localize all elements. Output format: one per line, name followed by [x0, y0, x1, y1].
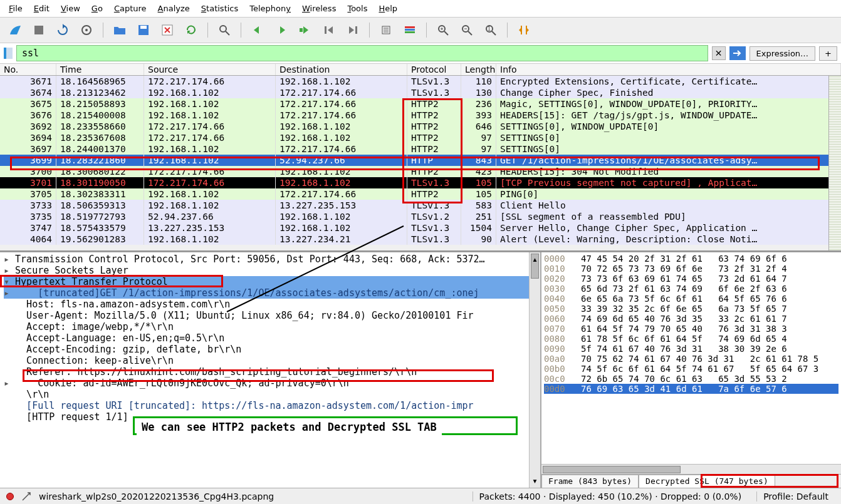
table-row[interactable]: 374718.57543357913.227.235.153192.168.1.… [0, 222, 841, 234]
hex-row[interactable]: 00b0 74 5f 6c 6f 61 64 5f 74 61 67 5f 65… [544, 364, 838, 374]
table-row[interactable]: 369418.235367608172.217.174.66192.168.1.… [0, 132, 841, 143]
table-row[interactable]: 370018.300680122172.217.174.66192.168.1.… [0, 166, 841, 177]
go-forward-icon[interactable] [273, 21, 290, 39]
go-last-icon[interactable] [344, 21, 362, 39]
colorize-icon[interactable] [401, 21, 419, 39]
table-row[interactable]: 373518.51977279352.94.237.66192.168.1.10… [0, 211, 841, 222]
menu-help[interactable]: Help [379, 4, 397, 13]
hex-row[interactable]: 0060 74 69 6d 65 40 76 3d 35 33 2c 61 61… [544, 314, 838, 324]
menu-capture[interactable]: Capture [114, 4, 147, 13]
menu-file[interactable]: FFileile [9, 4, 23, 13]
hex-row[interactable]: 0000 47 45 54 20 2f 31 2f 61 63 74 69 6f… [544, 254, 838, 264]
options-icon[interactable] [78, 21, 95, 39]
col-destination[interactable]: Destination [276, 64, 407, 75]
table-row[interactable]: 373318.506359313192.168.1.10213.227.235.… [0, 200, 841, 211]
expert-info-icon[interactable] [21, 491, 31, 501]
table-row[interactable]: 369718.244001370192.168.1.102172.217.174… [0, 143, 841, 155]
hex-row[interactable]: 0010 70 72 65 73 73 69 6f 6e 73 2f 31 2f… [544, 264, 838, 274]
table-row[interactable]: 369918.283221860192.168.1.10252.94.237.6… [0, 155, 841, 166]
capture-indicator-icon[interactable] [6, 493, 14, 500]
svg-line-7 [226, 31, 229, 35]
hex-row[interactable]: 0080 61 78 5f 6c 6f 61 64 5f 74 69 6d 65… [544, 334, 838, 344]
display-filter-input[interactable] [16, 45, 708, 61]
packet-minimap[interactable] [828, 76, 841, 250]
find-icon[interactable] [216, 21, 233, 39]
col-protocol[interactable]: Protocol [407, 64, 461, 75]
menu-wireless[interactable]: Wireless [302, 4, 336, 13]
menu-go[interactable]: Go [91, 4, 103, 13]
hex-row[interactable]: 0050 33 39 32 35 2c 6f 6e 65 6a 73 5f 65… [544, 304, 838, 314]
open-icon[interactable] [111, 21, 128, 39]
detail-ssl[interactable]: Secure Sockets Layer [4, 265, 536, 276]
resize-columns-icon[interactable] [515, 21, 533, 39]
status-profile[interactable]: Profile: Default [756, 491, 835, 501]
hex-row[interactable]: 0030 65 6d 73 2f 61 63 74 69 6f 6e 2f 63… [544, 284, 838, 294]
go-first-icon[interactable] [320, 21, 338, 39]
packet-list-body[interactable]: 367118.164568965172.217.174.66192.168.1.… [0, 76, 841, 250]
col-info[interactable]: Info [496, 64, 841, 75]
detail-tcp[interactable]: Transmission Control Protocol, Src Port:… [4, 254, 536, 265]
detail-host: Host: fls-na.amazon-adsystem.com\r\n [4, 299, 536, 310]
packet-details-pane[interactable]: Transmission Control Protocol, Src Port:… [0, 252, 541, 488]
hex-row[interactable]: 0020 73 73 6f 63 69 61 74 65 73 2d 61 64… [544, 274, 838, 284]
svg-rect-4 [140, 26, 147, 29]
menu-edit[interactable]: Edit [34, 4, 50, 13]
hex-row[interactable]: 00d0 76 69 63 65 3d 41 6d 61 7a 6f 6e 57… [544, 384, 838, 394]
go-to-icon[interactable] [296, 21, 314, 39]
col-length[interactable]: Length [461, 64, 496, 75]
table-row[interactable]: 370518.302383311192.168.1.102172.217.174… [0, 188, 841, 200]
detail-accept: Accept: image/webp,*/*\r\n [4, 321, 536, 332]
autoscroll-icon[interactable] [377, 21, 395, 39]
restart-icon[interactable] [54, 21, 71, 39]
hex-row[interactable]: 00a0 70 75 62 74 61 67 40 76 3d 31 2c 61… [544, 354, 838, 364]
hex-row[interactable]: 00c0 72 6b 65 74 70 6c 61 63 65 3d 55 53… [544, 374, 838, 384]
table-row[interactable]: 367418.213123462192.168.1.102172.217.174… [0, 87, 841, 98]
hex-h-scrollbar[interactable] [541, 464, 841, 474]
filter-clear-button[interactable]: ✕ [712, 46, 726, 60]
details-scrollbar[interactable]: ▴▾ [529, 252, 540, 488]
hex-row[interactable]: 0090 5f 74 61 67 40 76 3d 31 38 30 39 2e… [544, 344, 838, 354]
menu-telephony[interactable]: Telephony [249, 4, 291, 13]
svg-text:1: 1 [488, 26, 491, 32]
packet-list-header[interactable]: No. Time Source Destination Protocol Len… [0, 64, 841, 76]
hex-row[interactable]: 0040 6e 65 6a 73 5f 6c 6f 61 64 5f 65 76… [544, 294, 838, 304]
zoom-out-icon[interactable] [458, 21, 476, 39]
filter-apply-button[interactable] [729, 46, 746, 60]
table-row[interactable]: 370118.301190050172.217.174.66192.168.1.… [0, 177, 841, 188]
stop-icon[interactable] [30, 21, 48, 39]
table-row[interactable]: 406419.562901283192.168.1.10213.227.234.… [0, 234, 841, 245]
col-no[interactable]: No. [0, 64, 56, 75]
col-time[interactable]: Time [56, 64, 144, 75]
expression-button[interactable]: Expression… [750, 46, 816, 61]
menu-view[interactable]: View [61, 4, 80, 13]
hex-row[interactable]: 0070 61 64 5f 74 79 70 65 40 76 3d 31 38… [544, 324, 838, 334]
shark-fin-icon[interactable] [6, 21, 24, 39]
menu-tools[interactable]: Tools [347, 4, 367, 13]
go-back-icon[interactable] [249, 21, 266, 39]
detail-cookie[interactable]: Cookie: ad-id=AWEr_rLQt0n9jKE0cOvc_Qk; a… [4, 378, 536, 389]
col-source[interactable]: Source [144, 64, 276, 75]
packet-bytes-pane[interactable]: 0000 47 45 54 20 2f 31 2f 61 63 74 69 6f… [541, 252, 841, 488]
detail-fulluri: [Full request URI [truncated]: https://f… [4, 400, 536, 411]
status-bar: wireshark_wlp2s0_20201220213536_Cpg4H3.p… [0, 488, 841, 504]
table-row[interactable]: 369218.233558660172.217.174.66192.168.1.… [0, 121, 841, 132]
close-icon[interactable] [159, 21, 176, 39]
detail-get[interactable]: [truncated]GET /1/action-impressions/1/O… [4, 287, 536, 299]
bookmark-icon[interactable] [4, 48, 13, 59]
tab-frame[interactable]: Frame (843 bytes) [541, 475, 639, 488]
table-row[interactable]: 367118.164568965172.217.174.66192.168.1.… [0, 76, 841, 87]
tab-decrypted-ssl[interactable]: Decrypted SSL (747 bytes) [639, 475, 775, 488]
svg-rect-9 [325, 26, 326, 34]
status-packets: Packets: 4400 · Displayed: 450 (10.2%) ·… [473, 491, 748, 501]
zoom-in-icon[interactable] [434, 21, 452, 39]
detail-http[interactable]: Hypertext Transfer Protocol [4, 276, 536, 287]
zoom-reset-icon[interactable]: 1 [482, 21, 499, 39]
add-filter-button[interactable]: + [819, 46, 837, 61]
menu-analyze[interactable]: Analyze [158, 4, 190, 13]
menu-statistics[interactable]: Statistics [201, 4, 238, 13]
save-icon[interactable] [135, 21, 152, 39]
table-row[interactable]: 367618.215400008192.168.1.102172.217.174… [0, 110, 841, 121]
packet-list-pane: No. Time Source Destination Protocol Len… [0, 64, 841, 252]
reload-icon[interactable] [182, 21, 200, 39]
table-row[interactable]: 367518.215058893192.168.1.102172.217.174… [0, 98, 841, 110]
